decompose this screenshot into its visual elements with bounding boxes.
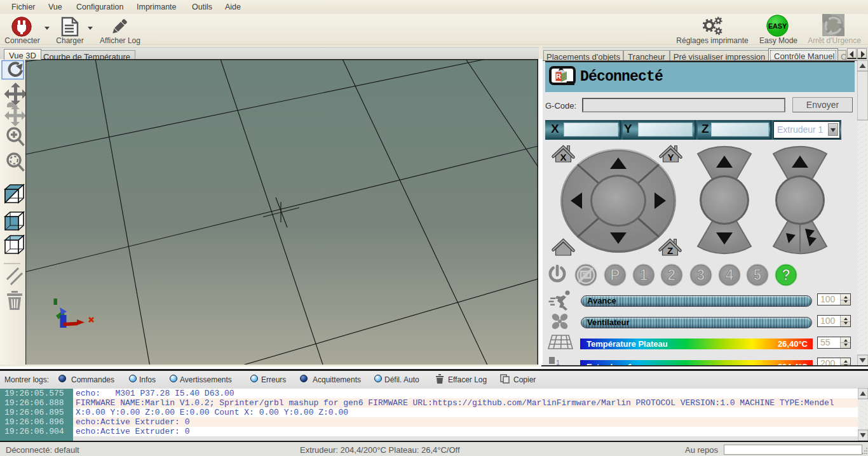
svg-text:P: P [610, 267, 620, 283]
svg-text:?: ? [782, 267, 790, 283]
svg-text:3: 3 [697, 267, 705, 283]
svg-text:4: 4 [726, 267, 734, 283]
svg-text:R: R [556, 72, 561, 80]
svg-text:EASY: EASY [768, 22, 787, 30]
svg-text:Y: Y [667, 152, 674, 163]
svg-text:2: 2 [668, 267, 676, 283]
svg-text:X: X [560, 152, 566, 163]
svg-text:Z: Z [667, 245, 673, 256]
svg-text:5: 5 [754, 267, 762, 283]
svg-text:1: 1 [640, 267, 648, 283]
